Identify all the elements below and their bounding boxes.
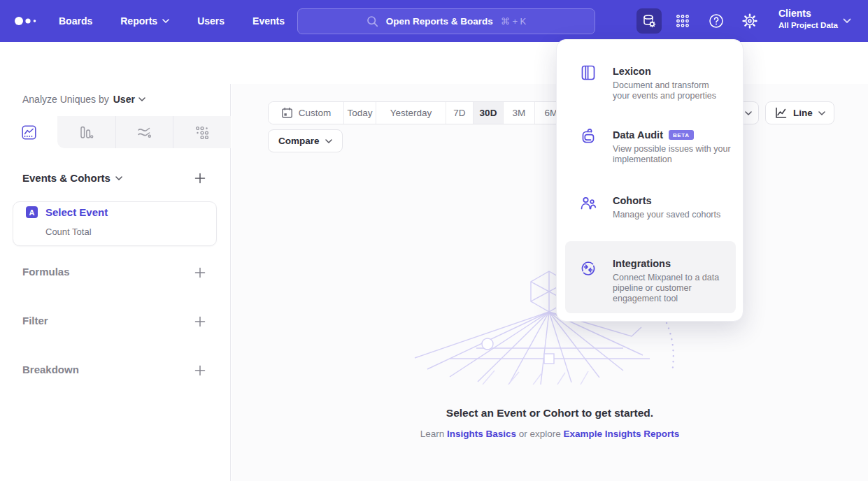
date-range-label: Custom: [299, 108, 332, 118]
plus-icon: [194, 267, 206, 278]
mixpanel-logo-icon[interactable]: [14, 15, 41, 27]
compare-button[interactable]: Compare: [268, 129, 343, 152]
date-range-7d[interactable]: 7D: [446, 102, 474, 124]
plus-icon: [194, 316, 206, 327]
bar-chart-tab-icon: [79, 125, 94, 140]
global-search-input[interactable]: Open Reports & Boards ⌘ + K: [297, 8, 595, 34]
chart-type-tabbar: [0, 116, 231, 148]
nav-item-label: Reports: [120, 15, 157, 27]
date-range-label: Today: [347, 108, 372, 118]
menu-item-title: Integrations: [613, 258, 671, 269]
database-gear-icon: [641, 13, 657, 29]
date-range-today[interactable]: Today: [344, 102, 376, 124]
lexicon-icon: [579, 64, 597, 82]
chevron-down-icon: [115, 176, 122, 180]
filter-label: Filter: [22, 315, 48, 326]
flow-tab-icon: [136, 124, 152, 140]
example-reports-link[interactable]: Example Insights Reports: [564, 429, 680, 439]
analyze-uniques-row: Analyze Uniques by User: [22, 94, 145, 105]
tab-bar-chart[interactable]: [57, 116, 115, 148]
menu-item-title: Data Audit: [613, 129, 663, 141]
menu-item-description: Document and transform your events and p…: [613, 80, 736, 101]
data-management-menu: Lexicon Document and transform your even…: [556, 39, 744, 322]
breakdown-label: Breakdown: [22, 364, 79, 375]
add-formula-button[interactable]: [194, 266, 206, 279]
learn-prefix: Learn: [420, 429, 445, 439]
nav-item-events[interactable]: Events: [252, 15, 285, 27]
date-range-3m[interactable]: 3M: [504, 102, 535, 124]
apps-grid-icon: [675, 13, 690, 29]
search-icon: [367, 15, 378, 27]
add-filter-button[interactable]: [194, 315, 206, 328]
tab-metrics-grid[interactable]: [173, 116, 230, 148]
project-switcher[interactable]: Clients All Project Data: [778, 7, 838, 31]
menu-item-title: Lexicon: [613, 66, 651, 77]
cohorts-icon: [579, 194, 597, 213]
chart-type-dropdown[interactable]: Line: [765, 101, 834, 124]
chevron-down-icon: [745, 111, 752, 115]
date-range-custom[interactable]: Custom: [269, 102, 344, 124]
primary-nav: Boards Reports Users Events: [59, 0, 285, 42]
date-range-30d[interactable]: 30D: [474, 102, 504, 124]
date-range-label: 7D: [453, 108, 465, 118]
analyze-value: User: [113, 94, 135, 105]
app-window: Boards Reports Users Events Open Reports…: [0, 0, 868, 481]
top-navbar: Boards Reports Users Events Open Reports…: [0, 0, 868, 42]
filter-section: Filter: [22, 315, 48, 326]
date-range-label: 3M: [513, 108, 526, 118]
menu-item-title: Cohorts: [613, 195, 652, 206]
data-management-button[interactable]: [636, 8, 662, 34]
calendar-icon: [281, 107, 293, 119]
line-chart-tab-icon: [22, 125, 36, 140]
tab-flow-chart[interactable]: [115, 116, 173, 148]
add-breakdown-button[interactable]: [194, 364, 206, 377]
menu-item-lexicon[interactable]: Lexicon Document and transform your even…: [565, 57, 736, 106]
gear-icon: [741, 13, 758, 29]
nav-item-reports[interactable]: Reports: [120, 15, 169, 27]
help-button[interactable]: [704, 8, 729, 34]
formulas-label: Formulas: [22, 266, 70, 278]
menu-item-data-audit[interactable]: Data Audit BETA View possible issues wit…: [565, 122, 736, 168]
count-total-label[interactable]: Count Total: [45, 227, 92, 237]
date-range-label: 30D: [480, 108, 497, 118]
breakdown-section: Breakdown: [22, 364, 79, 375]
menu-item-cohorts[interactable]: Cohorts Manage your saved cohorts: [565, 189, 736, 227]
metrics-grid-tab-icon: [194, 125, 209, 140]
chevron-down-icon: [818, 111, 825, 115]
integrations-icon: [579, 259, 597, 278]
menu-item-description: View possible issues with your implement…: [613, 144, 736, 165]
settings-button[interactable]: [737, 8, 762, 34]
empty-state-title: Select an Event or Cohort to get started…: [232, 407, 868, 419]
event-card[interactable]: A Select Event Count Total: [13, 201, 217, 246]
tab-line-chart[interactable]: [0, 116, 57, 148]
menu-item-integrations[interactable]: Integrations Connect Mixpanel to a data …: [565, 241, 736, 313]
compare-label: Compare: [278, 136, 320, 146]
event-series-badge: A: [26, 206, 38, 218]
search-placeholder: Open Reports & Boards: [386, 16, 493, 27]
apps-grid-button[interactable]: [670, 8, 695, 34]
nav-item-users[interactable]: Users: [197, 15, 225, 27]
formulas-section: Formulas: [22, 266, 70, 278]
chart-type-label: Line: [793, 108, 813, 118]
add-event-button[interactable]: [194, 172, 206, 185]
select-event-label[interactable]: Select Event: [45, 206, 108, 218]
events-cohorts-label: Events & Cohorts: [22, 172, 111, 184]
chevron-down-icon: [843, 18, 851, 24]
menu-item-description: Connect Mixpanel to a data pipeline or c…: [613, 273, 736, 304]
project-switcher-subtitle: All Project Data: [778, 20, 838, 31]
date-range-control: Custom Today Yesterday 7D 30D 3M 6M: [268, 101, 568, 124]
explore-middle-text: or explore: [519, 429, 561, 439]
date-range-yesterday[interactable]: Yesterday: [376, 102, 446, 124]
events-cohorts-header[interactable]: Events & Cohorts: [22, 172, 122, 184]
help-icon: [708, 13, 725, 29]
query-sidebar: Analyze Uniques by User: [0, 84, 231, 481]
insights-basics-link[interactable]: Insights Basics: [447, 429, 516, 439]
chevron-down-icon: [138, 97, 145, 101]
project-switcher-title: Clients: [778, 7, 838, 20]
nav-item-label: Boards: [59, 15, 92, 27]
plus-icon: [194, 365, 206, 376]
line-chart-icon: [774, 106, 788, 120]
data-audit-icon: [579, 128, 597, 146]
analyze-value-dropdown[interactable]: User: [113, 94, 145, 105]
nav-item-boards[interactable]: Boards: [59, 15, 92, 27]
